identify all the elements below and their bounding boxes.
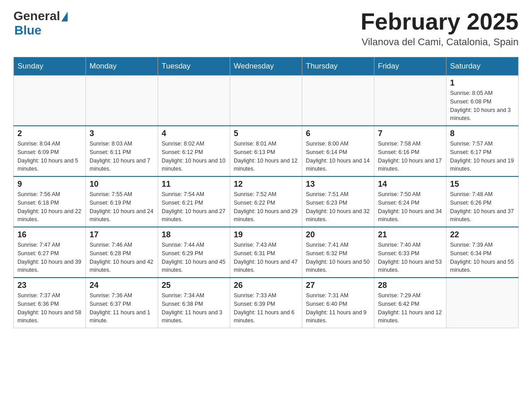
weekday-header-saturday: Saturday xyxy=(446,57,519,76)
calendar-cell: 12Sunrise: 7:52 AMSunset: 6:22 PMDayligh… xyxy=(230,176,302,227)
calendar-week-row-1: 1Sunrise: 8:05 AMSunset: 6:08 PMDaylight… xyxy=(14,76,519,126)
day-number: 5 xyxy=(234,129,298,138)
calendar-cell: 21Sunrise: 7:40 AMSunset: 6:33 PMDayligh… xyxy=(374,227,446,278)
day-number: 13 xyxy=(306,180,370,189)
day-number: 18 xyxy=(162,230,226,240)
calendar-cell xyxy=(302,76,374,126)
weekday-header-thursday: Thursday xyxy=(302,57,374,76)
calendar-week-row-4: 16Sunrise: 7:47 AMSunset: 6:27 PMDayligh… xyxy=(14,227,519,278)
day-info: Sunrise: 8:04 AMSunset: 6:09 PMDaylight:… xyxy=(17,140,82,173)
day-info: Sunrise: 7:48 AMSunset: 6:26 PMDaylight:… xyxy=(450,190,515,224)
calendar-cell xyxy=(374,76,446,126)
day-info: Sunrise: 7:57 AMSunset: 6:17 PMDaylight:… xyxy=(450,140,515,173)
day-number: 28 xyxy=(378,281,442,290)
calendar-cell: 28Sunrise: 7:29 AMSunset: 6:42 PMDayligh… xyxy=(374,278,446,328)
day-number: 15 xyxy=(450,180,515,189)
day-info: Sunrise: 7:29 AMSunset: 6:42 PMDaylight:… xyxy=(378,291,442,325)
day-number: 12 xyxy=(234,180,298,189)
day-number: 1 xyxy=(450,78,515,88)
calendar-cell: 18Sunrise: 7:44 AMSunset: 6:29 PMDayligh… xyxy=(158,227,230,278)
day-info: Sunrise: 7:50 AMSunset: 6:24 PMDaylight:… xyxy=(378,190,442,224)
day-info: Sunrise: 8:02 AMSunset: 6:12 PMDaylight:… xyxy=(162,140,226,173)
day-number: 2 xyxy=(17,129,82,138)
weekday-header-wednesday: Wednesday xyxy=(230,57,302,76)
calendar-week-row-5: 23Sunrise: 7:37 AMSunset: 6:36 PMDayligh… xyxy=(14,278,519,328)
day-info: Sunrise: 7:37 AMSunset: 6:36 PMDaylight:… xyxy=(17,291,82,325)
calendar-cell: 26Sunrise: 7:33 AMSunset: 6:39 PMDayligh… xyxy=(230,278,302,328)
day-info: Sunrise: 7:43 AMSunset: 6:31 PMDaylight:… xyxy=(234,241,298,274)
weekday-header-row: SundayMondayTuesdayWednesdayThursdayFrid… xyxy=(14,57,519,76)
calendar-cell: 25Sunrise: 7:34 AMSunset: 6:38 PMDayligh… xyxy=(158,278,230,328)
day-number: 10 xyxy=(90,180,154,189)
calendar-cell xyxy=(446,278,519,328)
calendar-cell: 15Sunrise: 7:48 AMSunset: 6:26 PMDayligh… xyxy=(446,176,519,227)
day-info: Sunrise: 7:40 AMSunset: 6:33 PMDaylight:… xyxy=(378,241,442,274)
calendar-cell: 4Sunrise: 8:02 AMSunset: 6:12 PMDaylight… xyxy=(158,126,230,176)
calendar-cell: 20Sunrise: 7:41 AMSunset: 6:32 PMDayligh… xyxy=(302,227,374,278)
calendar-cell: 23Sunrise: 7:37 AMSunset: 6:36 PMDayligh… xyxy=(14,278,86,328)
day-number: 23 xyxy=(17,281,82,290)
day-number: 17 xyxy=(90,230,154,240)
day-info: Sunrise: 7:33 AMSunset: 6:39 PMDaylight:… xyxy=(234,291,298,325)
logo-general-text: General xyxy=(13,9,60,23)
day-number: 27 xyxy=(306,281,370,290)
day-info: Sunrise: 7:41 AMSunset: 6:32 PMDaylight:… xyxy=(306,241,370,274)
day-number: 8 xyxy=(450,129,515,138)
day-info: Sunrise: 7:44 AMSunset: 6:29 PMDaylight:… xyxy=(162,241,226,274)
logo: General Blue xyxy=(13,9,68,38)
weekday-header-monday: Monday xyxy=(86,57,158,76)
calendar-cell: 7Sunrise: 7:58 AMSunset: 6:16 PMDaylight… xyxy=(374,126,446,176)
calendar-cell xyxy=(86,76,158,126)
day-info: Sunrise: 7:58 AMSunset: 6:16 PMDaylight:… xyxy=(378,140,442,173)
calendar-cell: 8Sunrise: 7:57 AMSunset: 6:17 PMDaylight… xyxy=(446,126,519,176)
day-number: 19 xyxy=(234,230,298,240)
day-number: 4 xyxy=(162,129,226,138)
calendar-cell: 9Sunrise: 7:56 AMSunset: 6:18 PMDaylight… xyxy=(14,176,86,227)
title-area: February 2025 Vilanova del Cami, Catalon… xyxy=(360,9,519,48)
day-info: Sunrise: 7:34 AMSunset: 6:38 PMDaylight:… xyxy=(162,291,226,325)
day-info: Sunrise: 8:01 AMSunset: 6:13 PMDaylight:… xyxy=(234,140,298,173)
day-number: 24 xyxy=(90,281,154,290)
calendar-week-row-3: 9Sunrise: 7:56 AMSunset: 6:18 PMDaylight… xyxy=(14,176,519,227)
calendar-cell: 24Sunrise: 7:36 AMSunset: 6:37 PMDayligh… xyxy=(86,278,158,328)
calendar-cell: 2Sunrise: 8:04 AMSunset: 6:09 PMDaylight… xyxy=(14,126,86,176)
calendar-table: SundayMondayTuesdayWednesdayThursdayFrid… xyxy=(13,57,519,328)
weekday-header-tuesday: Tuesday xyxy=(158,57,230,76)
day-number: 11 xyxy=(162,180,226,189)
day-number: 21 xyxy=(378,230,442,240)
calendar-cell xyxy=(230,76,302,126)
day-info: Sunrise: 7:46 AMSunset: 6:28 PMDaylight:… xyxy=(90,241,154,274)
day-info: Sunrise: 7:52 AMSunset: 6:22 PMDaylight:… xyxy=(234,190,298,224)
day-number: 3 xyxy=(90,129,154,138)
calendar-cell: 10Sunrise: 7:55 AMSunset: 6:19 PMDayligh… xyxy=(86,176,158,227)
day-number: 22 xyxy=(450,230,515,240)
day-number: 9 xyxy=(17,180,82,189)
day-info: Sunrise: 7:36 AMSunset: 6:37 PMDaylight:… xyxy=(90,291,154,325)
day-info: Sunrise: 8:00 AMSunset: 6:14 PMDaylight:… xyxy=(306,140,370,173)
day-info: Sunrise: 7:39 AMSunset: 6:34 PMDaylight:… xyxy=(450,241,515,274)
logo-triangle-icon xyxy=(61,12,68,21)
calendar-cell: 19Sunrise: 7:43 AMSunset: 6:31 PMDayligh… xyxy=(230,227,302,278)
day-info: Sunrise: 7:54 AMSunset: 6:21 PMDaylight:… xyxy=(162,190,226,224)
weekday-header-friday: Friday xyxy=(374,57,446,76)
day-number: 26 xyxy=(234,281,298,290)
day-info: Sunrise: 7:47 AMSunset: 6:27 PMDaylight:… xyxy=(17,241,82,274)
day-info: Sunrise: 8:03 AMSunset: 6:11 PMDaylight:… xyxy=(90,140,154,173)
calendar-cell xyxy=(158,76,230,126)
logo-blue-text: Blue xyxy=(14,23,42,38)
calendar-cell: 6Sunrise: 8:00 AMSunset: 6:14 PMDaylight… xyxy=(302,126,374,176)
calendar-cell: 1Sunrise: 8:05 AMSunset: 6:08 PMDaylight… xyxy=(446,76,519,126)
location-title: Vilanova del Cami, Catalonia, Spain xyxy=(360,36,519,48)
day-number: 16 xyxy=(17,230,82,240)
day-info: Sunrise: 7:56 AMSunset: 6:18 PMDaylight:… xyxy=(17,190,82,224)
calendar-cell: 14Sunrise: 7:50 AMSunset: 6:24 PMDayligh… xyxy=(374,176,446,227)
day-info: Sunrise: 7:55 AMSunset: 6:19 PMDaylight:… xyxy=(90,190,154,224)
calendar-cell: 3Sunrise: 8:03 AMSunset: 6:11 PMDaylight… xyxy=(86,126,158,176)
day-info: Sunrise: 8:05 AMSunset: 6:08 PMDaylight:… xyxy=(450,89,515,123)
header: General Blue February 2025 Vilanova del … xyxy=(13,9,519,48)
day-number: 14 xyxy=(378,180,442,189)
day-info: Sunrise: 7:31 AMSunset: 6:40 PMDaylight:… xyxy=(306,291,370,325)
calendar-cell: 11Sunrise: 7:54 AMSunset: 6:21 PMDayligh… xyxy=(158,176,230,227)
calendar-cell: 27Sunrise: 7:31 AMSunset: 6:40 PMDayligh… xyxy=(302,278,374,328)
day-info: Sunrise: 7:51 AMSunset: 6:23 PMDaylight:… xyxy=(306,190,370,224)
